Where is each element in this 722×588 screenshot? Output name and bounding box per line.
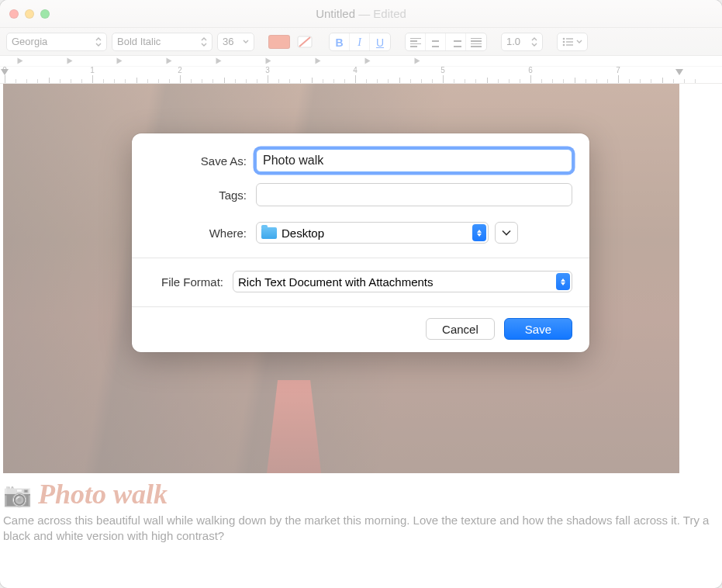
select-stepper-icon <box>472 224 486 241</box>
file-format-value: Rich Text Document with Attachments <box>238 275 434 289</box>
save-as-input[interactable] <box>256 149 572 172</box>
tags-input[interactable] <box>256 183 572 206</box>
save-dialog: Save As: Tags: Where: Desktop <box>132 133 589 352</box>
folder-icon <box>261 227 277 239</box>
save-button[interactable]: Save <box>504 318 572 340</box>
expand-dialog-button[interactable] <box>495 222 518 244</box>
cancel-button[interactable]: Cancel <box>426 318 495 340</box>
select-stepper-icon <box>556 273 570 290</box>
save-as-label: Save As: <box>132 154 256 168</box>
file-format-select[interactable]: Rich Text Document with Attachments <box>233 271 572 292</box>
where-label: Where: <box>132 227 256 240</box>
where-value: Desktop <box>282 227 324 240</box>
chevron-down-icon <box>502 230 511 236</box>
where-select[interactable]: Desktop <box>256 222 489 244</box>
tags-label: Tags: <box>132 189 256 202</box>
file-format-label: File Format: <box>132 275 233 289</box>
textedit-window: Untitled — Edited Georgia Bold Italic 36… <box>0 0 722 588</box>
